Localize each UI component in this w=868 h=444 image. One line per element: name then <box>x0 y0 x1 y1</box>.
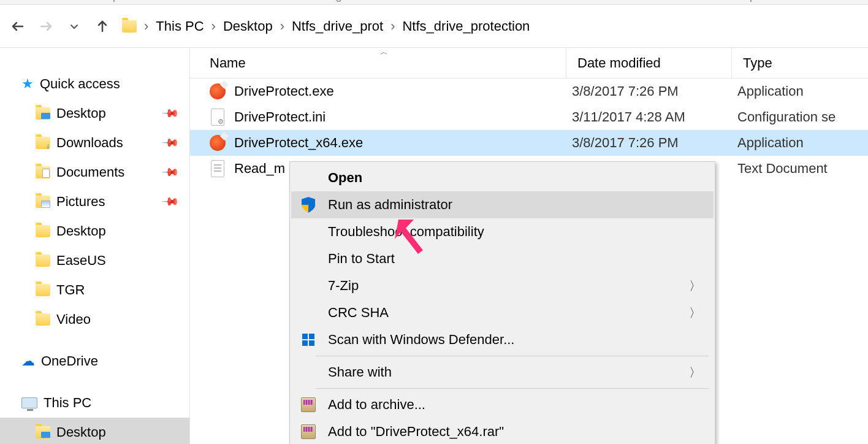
sidebar-item-downloads[interactable]: Downloads 📌 <box>0 128 189 158</box>
sidebar-item-desktop[interactable]: Desktop 📌 <box>0 99 189 128</box>
breadcrumb-item[interactable]: Desktop <box>223 18 273 34</box>
chevron-right-icon[interactable]: › <box>280 18 284 34</box>
sidebar-item-desktop[interactable]: Desktop <box>0 216 189 246</box>
chevron-right-icon[interactable]: › <box>144 18 148 34</box>
breadcrumb-item[interactable]: This PC <box>156 18 204 34</box>
chevron-right-icon: 〉 <box>689 278 701 294</box>
file-name: DriveProtect.ini <box>234 109 567 125</box>
sidebar-item-label: Quick access <box>40 76 120 92</box>
sidebar-item-label: Documents <box>56 164 124 180</box>
breadcrumb[interactable]: › This PC › Desktop › Ntfs_drive_prot › … <box>122 18 530 34</box>
annotation-arrow <box>392 215 429 258</box>
file-type: Application <box>733 83 804 99</box>
sidebar-item-label: Video <box>56 312 91 327</box>
context-menu: Open Run as administrator Troubleshoot c… <box>289 161 715 444</box>
sort-caret-icon: ︿ <box>380 47 388 58</box>
breadcrumb-item[interactable]: Ntfs_drive_protection <box>402 18 530 34</box>
sidebar-item-label: Desktop <box>56 424 106 440</box>
folder-icon <box>122 20 137 33</box>
pin-icon: 📌 <box>161 133 180 152</box>
sidebar-item-desktop[interactable]: Desktop <box>0 418 189 444</box>
pin-icon: 📌 <box>161 104 180 123</box>
file-row[interactable]: DriveProtect_x64.exe 3/8/2017 7:26 PM Ap… <box>190 130 868 156</box>
chevron-right-icon: 〉 <box>689 305 701 321</box>
menu-item-7zip[interactable]: 7-Zip 〉 <box>291 272 714 299</box>
pin-icon: 📌 <box>161 192 180 211</box>
sidebar-item-label: Pictures <box>56 194 105 210</box>
pin-icon: 📌 <box>161 163 180 182</box>
menu-item-pin-start[interactable]: Pin to Start <box>291 245 714 272</box>
defender-icon <box>300 331 317 348</box>
menu-label: Add to archive... <box>328 397 425 413</box>
menu-item-open[interactable]: Open <box>291 164 714 191</box>
sidebar-item-pictures[interactable]: Pictures 📌 <box>0 187 189 216</box>
sidebar-item-label: Desktop <box>56 223 106 239</box>
file-date: 3/11/2017 4:28 AM <box>567 109 733 125</box>
file-type: Configuration se <box>733 109 836 125</box>
menu-separator <box>316 388 709 389</box>
cloud-icon: ☁ <box>21 353 35 369</box>
sidebar-item-label: OneDrive <box>41 353 98 369</box>
folder-icon <box>36 107 50 120</box>
menu-item-defender[interactable]: Scan with Windows Defender... <box>291 326 714 353</box>
chevron-right-icon[interactable]: › <box>390 18 395 34</box>
sidebar-onedrive[interactable]: ☁ OneDrive <box>0 346 189 376</box>
txt-icon <box>211 160 224 177</box>
folder-icon <box>36 166 50 178</box>
exe-icon <box>210 135 226 151</box>
file-row[interactable]: DriveProtect.exe 3/8/2017 7:26 PM Applic… <box>190 78 868 104</box>
sidebar-item-video[interactable]: Video <box>0 305 189 334</box>
menu-label: Add to "DriveProtect_x64.rar" <box>328 424 504 440</box>
menu-label: Open <box>328 170 362 186</box>
sidebar-item-easeus[interactable]: EaseUS <box>0 246 189 275</box>
column-header-type[interactable]: Type <box>731 48 868 78</box>
file-row[interactable]: DriveProtect.ini 3/11/2017 4:28 AM Confi… <box>190 104 868 130</box>
sidebar-item-tgr[interactable]: TGR <box>0 275 189 305</box>
menu-separator <box>316 356 709 356</box>
menu-item-troubleshoot[interactable]: Troubleshoot compatibility <box>291 218 714 245</box>
folder-icon <box>36 225 50 237</box>
ribbon-section-labels: Clipboard Organize New Open <box>0 0 868 5</box>
forward-button[interactable] <box>37 18 55 35</box>
back-button[interactable] <box>9 18 26 35</box>
file-type: Text Document <box>733 161 828 177</box>
star-icon: ★ <box>21 76 34 92</box>
sidebar-item-documents[interactable]: Documents 📌 <box>0 158 189 187</box>
chevron-right-icon[interactable]: › <box>211 18 216 34</box>
file-date: 3/8/2017 7:26 PM <box>567 135 733 151</box>
file-name: DriveProtect.exe <box>234 83 567 99</box>
svg-rect-1 <box>309 334 314 339</box>
menu-item-add-archive[interactable]: Add to archive... <box>291 391 714 418</box>
sidebar-quick-access[interactable]: ★ Quick access <box>0 69 189 99</box>
exe-icon <box>210 83 226 99</box>
sidebar-this-pc[interactable]: This PC <box>0 388 189 418</box>
up-button[interactable] <box>94 18 111 35</box>
sidebar-item-label: EaseUS <box>56 253 106 269</box>
sidebar-item-label: Desktop <box>56 105 106 121</box>
sidebar-item-label: This PC <box>44 395 91 411</box>
breadcrumb-item[interactable]: Ntfs_drive_prot <box>292 18 383 34</box>
column-header-date[interactable]: Date modified <box>566 48 731 78</box>
menu-label: 7-Zip <box>328 278 359 294</box>
folder-icon <box>36 284 50 296</box>
navigation-sidebar: ★ Quick access Desktop 📌 Downloads 📌 Doc… <box>0 48 190 444</box>
menu-label: CRC SHA <box>328 305 389 321</box>
file-type: Application <box>733 135 804 151</box>
file-date: 3/8/2017 7:26 PM <box>567 83 733 99</box>
menu-label: Share with <box>328 364 392 380</box>
menu-item-share[interactable]: Share with 〉 <box>291 359 714 386</box>
sidebar-item-label: Downloads <box>56 135 123 151</box>
menu-item-add-named-archive[interactable]: Add to "DriveProtect_x64.rar" <box>291 418 714 444</box>
menu-label: Scan with Windows Defender... <box>328 332 514 348</box>
recent-dropdown[interactable] <box>66 18 83 35</box>
folder-icon <box>36 426 50 438</box>
folder-icon <box>36 255 50 267</box>
svg-rect-3 <box>309 340 314 346</box>
menu-item-run-as-admin[interactable]: Run as administrator <box>291 191 714 218</box>
folder-icon <box>36 196 50 208</box>
rar-icon <box>300 423 317 440</box>
menu-item-crc-sha[interactable]: CRC SHA 〉 <box>291 299 714 326</box>
rar-icon <box>300 396 317 413</box>
navigation-bar: › This PC › Desktop › Ntfs_drive_prot › … <box>0 5 868 48</box>
folder-icon <box>36 137 50 149</box>
